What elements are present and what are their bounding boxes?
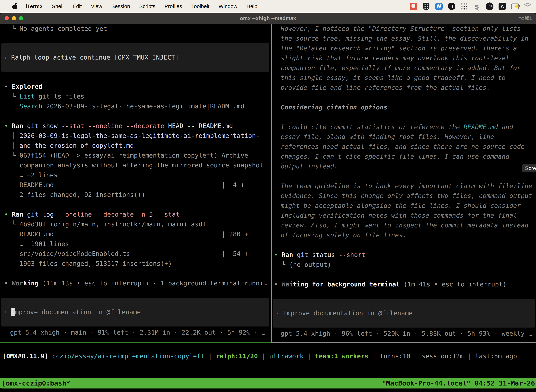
terminal-line: companion file, especially if more comme… xyxy=(272,63,536,73)
title-bar[interactable]: omx --xhigh --madmax ⌥⌘1 xyxy=(0,13,536,24)
terminal-line: └ 067f154 (HEAD -> essay/ai-reimplementa… xyxy=(0,150,271,160)
terminal-line: • Ran git log --oneline --decorate -n 5 … xyxy=(0,210,271,219)
terminal-line: of focusing solely on file lines. xyxy=(272,230,536,240)
terminal-line: └ No agents completed yet xyxy=(0,24,271,33)
apple-menu-icon[interactable] xyxy=(12,3,18,9)
terminal-line: references need actual files, and since … xyxy=(272,142,536,152)
terminal-line: However, I noticed the "Directory Struct… xyxy=(272,24,536,33)
menu-item-window[interactable]: Window xyxy=(219,3,237,9)
blank-line xyxy=(0,111,271,121)
terminal-line: provide file and line references from th… xyxy=(272,83,536,93)
pane-bottom-border-active xyxy=(0,342,271,343)
minimize-button[interactable] xyxy=(12,16,16,20)
prompt-input-text: › Ralph loop active continue [OMX_TMUX_I… xyxy=(1,52,179,62)
terminal-line: └ 4b9d30f (origin/main, instructkr/main,… xyxy=(0,219,271,229)
blank-line xyxy=(272,270,536,280)
terminal-line: … +2 lines xyxy=(0,170,271,180)
terminal-line: • Ran git status --short xyxy=(272,250,536,260)
pane-divider[interactable] xyxy=(271,24,272,343)
prompt-input-box[interactable]: › Ralph loop active continue [OMX_TMUX_I… xyxy=(1,43,269,72)
terminal-line: I could cite commit statistics or refere… xyxy=(272,122,536,132)
menu-item-help[interactable]: Help xyxy=(247,3,258,9)
zoom-button[interactable] xyxy=(19,16,23,20)
terminal-line: companion analysis without altering the … xyxy=(0,160,271,170)
omx-status-line: [OMX#0.11.9] cczip/essay/ai-reimplementa… xyxy=(2,351,517,361)
messages-icon[interactable] xyxy=(410,2,417,10)
blank-line xyxy=(272,171,536,181)
menu-items: iTerm2ShellEditViewSessionScriptsProfile… xyxy=(26,3,266,9)
battery-charging-icon[interactable]: ⚡ xyxy=(511,2,519,10)
terminal-line: slight risk that future readers may over… xyxy=(272,53,536,63)
terminal-line: review. Also, I might want to inspect th… xyxy=(272,220,536,230)
terminal-line: gpt-5.4 xhigh · 96% left · 520K in · 5.8… xyxy=(272,329,536,338)
terminal-line: • Waiting for background terminal (1m 41… xyxy=(272,280,536,289)
menu-item-scripts[interactable]: Scripts xyxy=(139,3,155,9)
terminal-line: this single essay, it seems like a good … xyxy=(272,73,536,83)
menu-item-iterm2[interactable]: iTerm2 xyxy=(26,3,43,9)
moon-circle-icon[interactable] xyxy=(448,2,455,10)
window-title: omx --xhigh --madmax xyxy=(0,15,536,21)
prompt-input-box[interactable]: › Improve documentation in @filename xyxy=(1,298,269,327)
menu-item-profiles[interactable]: Profiles xyxy=(164,3,182,9)
terminal-line: README.md | 4 + xyxy=(0,180,271,190)
tmux-pane-left[interactable]: └ No agents completed yet› Ralph loop ac… xyxy=(0,24,271,342)
window-shortcut-badge: ⌥⌘1 xyxy=(518,15,532,21)
blank-line xyxy=(272,112,536,122)
terminal-line: │ and-the-erosion-of-copyleft.md xyxy=(0,141,271,150)
prompt-input-text: › Improve documentation in @filename xyxy=(273,308,412,318)
terminal-line: including verification notes with those … xyxy=(272,210,536,220)
terminal-line: Considering citation options xyxy=(272,103,536,112)
terminal-line: changes, I can't cite specific file line… xyxy=(272,152,536,161)
terminal-line: might be acceptable alongside the file l… xyxy=(272,201,536,210)
menu-bar: iTerm2ShellEditViewSessionScriptsProfile… xyxy=(0,0,536,13)
terminal-line: └ List git ls-files xyxy=(0,92,271,101)
badge-61-icon[interactable]: ..61 xyxy=(486,2,493,10)
terminal-line: │ 2026-03-09-is-legal-the-same-as-legiti… xyxy=(0,131,271,141)
blank-line xyxy=(0,200,271,210)
terminal[interactable]: └ No agents completed yet› Ralph loop ac… xyxy=(0,24,536,378)
terminal-line: The team guideline is to back every impo… xyxy=(272,181,536,191)
prompt-input-text: › Improve documentation in @filename xyxy=(1,307,141,317)
tmux-status-bar: [omx-cczip0:bash* "MacBook-Pro-44.local"… xyxy=(0,378,536,388)
tmux-pane-right[interactable]: However, I noticed the "Directory Struct… xyxy=(272,24,536,342)
shield-grid-icon[interactable] xyxy=(422,2,430,10)
terminal-line: output instead. xyxy=(272,161,536,171)
menu-item-session[interactable]: Session xyxy=(111,3,130,9)
terminal-line: 1903 files changed, 513517 insertions(+) xyxy=(0,259,271,269)
screen-tooltip: Scre xyxy=(522,164,536,172)
terminal-line: • Working (11m 13s • esc to interrupt) ·… xyxy=(0,278,271,288)
terminal-line: … +1901 lines xyxy=(0,239,271,249)
key-squiggle-icon[interactable]: ȿ xyxy=(473,2,481,10)
pane-bottom-border-inactive xyxy=(272,342,536,343)
terminal-line: • Ran git show --stat --oneline --decora… xyxy=(0,121,271,131)
terminal-line: the "Related research writing" section i… xyxy=(272,43,536,53)
menu-item-view[interactable]: View xyxy=(91,3,102,9)
iterm-window: omx --xhigh --madmax ⌥⌘1 └ No agents com… xyxy=(0,13,536,388)
terminal-line: • Explored xyxy=(0,82,271,92)
dots-grid-icon[interactable] xyxy=(460,2,468,10)
menu-item-shell[interactable]: Shell xyxy=(52,3,63,9)
terminal-line: 2 files changed, 92 insertions(+) xyxy=(0,190,271,200)
tmux-session-label: [omx-cczip0:bash* xyxy=(2,378,70,388)
blank-line xyxy=(272,93,536,103)
menu-item-edit[interactable]: Edit xyxy=(73,3,82,9)
tmux-host-clock: "MacBook-Pro-44.local" 04:52 31-Mar-26 xyxy=(382,378,535,388)
wifi-icon[interactable] xyxy=(524,2,531,10)
blue-chat-icon[interactable] xyxy=(435,2,443,10)
terminal-line: src/voice/voiceModeEnabled.ts | 54 + xyxy=(0,249,271,259)
terminal-line: gpt-5.4 xhigh · main · 91% left · 2.31M … xyxy=(0,327,271,337)
terminal-line: the source tree, missing the essay. Stil… xyxy=(272,33,536,43)
a-key-icon[interactable]: A xyxy=(498,2,506,10)
prompt-input-box[interactable]: › Improve documentation in @filename xyxy=(273,299,535,327)
terminal-line: evidence. Since this change only affects… xyxy=(272,191,536,201)
terminal-line: └ (no output) xyxy=(272,260,536,270)
blank-line xyxy=(272,240,536,250)
terminal-line: README.md | 280 + xyxy=(0,229,271,239)
terminal-line: essay file, along with finding root file… xyxy=(272,132,536,142)
terminal-line: Search 2026-03-09-is-legal-the-same-as-l… xyxy=(0,101,271,111)
menu-status-icons: ȿ ..61 A ⚡ xyxy=(410,2,531,10)
blank-line xyxy=(0,269,271,278)
menu-item-toolbelt[interactable]: Toolbelt xyxy=(191,3,210,9)
close-button[interactable] xyxy=(5,16,9,20)
